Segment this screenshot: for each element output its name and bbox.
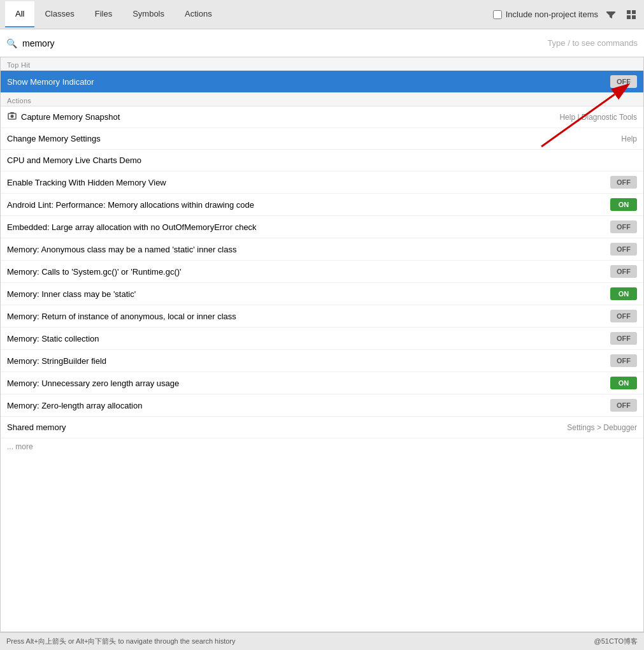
action-label: Memory: Anonymous class may be a named '… — [7, 245, 604, 254]
action-toggle[interactable]: OFF — [610, 332, 637, 345]
top-hit-label: Show Memory Indicator — [7, 77, 604, 87]
search-bar: 🔍 Type / to see commands — [0, 29, 644, 57]
action-hint: Settings > Debugger — [567, 423, 637, 432]
action-label: Embedded: Large array allocation with no… — [7, 222, 604, 232]
tab-files[interactable]: Files — [85, 1, 122, 27]
action-row[interactable]: Memory: Return of instance of anonymous,… — [1, 305, 643, 328]
action-label: Enable Tracking With Hidden Memory View — [7, 178, 604, 187]
include-non-project-checkbox[interactable] — [493, 10, 502, 19]
svg-point-5 — [11, 115, 14, 118]
tab-classes[interactable]: Classes — [34, 1, 84, 27]
action-toggle[interactable]: OFF — [610, 220, 637, 233]
action-row[interactable]: Memory: Calls to 'System.gc()' or 'Runti… — [1, 261, 643, 283]
tab-all[interactable]: All — [5, 1, 34, 27]
action-row[interactable]: Shared memorySettings > Debugger — [1, 417, 643, 438]
action-label: Memory: Inner class may be 'static' — [7, 289, 604, 299]
action-toggle[interactable]: ON — [610, 287, 637, 300]
action-label: Memory: Static collection — [7, 334, 604, 343]
action-row[interactable]: Capture Memory SnapshotHelp | Diagnostic… — [1, 106, 643, 128]
layout-icon[interactable] — [624, 7, 639, 22]
tab-actions[interactable]: Actions — [175, 1, 222, 27]
search-icon: 🔍 — [6, 38, 17, 48]
action-label: Memory: Calls to 'System.gc()' or 'Runti… — [7, 267, 604, 277]
actions-list: Capture Memory SnapshotHelp | Diagnostic… — [1, 106, 643, 438]
action-label: Android Lint: Performance: Memory alloca… — [7, 200, 604, 210]
tab-symbols[interactable]: Symbols — [122, 1, 175, 27]
action-hint: Help — [621, 134, 637, 143]
action-label: Capture Memory Snapshot — [7, 111, 553, 123]
search-hint: Type / to see commands — [547, 38, 638, 48]
action-label: Shared memory — [7, 422, 561, 432]
action-hint: Help | Diagnostic Tools — [559, 113, 637, 122]
action-label: Memory: StringBuilder field — [7, 356, 604, 366]
action-label: CPU and Memory Live Charts Demo — [7, 155, 637, 165]
action-row[interactable]: CPU and Memory Live Charts Demo — [1, 150, 643, 171]
action-toggle[interactable]: ON — [610, 198, 637, 211]
include-non-project-label: Include non-project items — [506, 10, 598, 19]
action-row[interactable]: Memory: Static collectionOFF — [1, 328, 643, 350]
action-row[interactable]: Memory: Unnecessary zero length array us… — [1, 372, 643, 394]
action-toggle[interactable]: OFF — [610, 399, 637, 412]
action-row[interactable]: Embedded: Large array allocation with no… — [1, 216, 643, 238]
capture-icon — [7, 111, 17, 123]
svg-rect-2 — [627, 15, 631, 19]
svg-rect-3 — [632, 15, 636, 19]
action-label: Change Memory Settings — [7, 134, 615, 143]
search-input[interactable] — [22, 38, 542, 48]
top-hit-toggle[interactable]: OFF — [610, 75, 637, 88]
action-row[interactable]: Android Lint: Performance: Memory alloca… — [1, 194, 643, 216]
status-left: Press Alt+向上箭头 or Alt+向下箭头 to navigate t… — [6, 637, 236, 646]
tab-right-controls: Include non-project items — [493, 7, 639, 22]
filter-icon[interactable] — [603, 7, 619, 22]
action-row[interactable]: Memory: Anonymous class may be a named '… — [1, 238, 643, 261]
svg-rect-0 — [627, 10, 631, 14]
action-toggle[interactable]: OFF — [610, 243, 637, 256]
action-toggle[interactable]: OFF — [610, 354, 637, 367]
status-bar: Press Alt+向上箭头 or Alt+向下箭头 to navigate t… — [0, 632, 644, 650]
action-label: Memory: Zero-length array allocation — [7, 401, 604, 410]
svg-rect-6 — [10, 112, 14, 113]
action-toggle[interactable]: OFF — [610, 265, 637, 278]
action-row[interactable]: Memory: Zero-length array allocationOFF — [1, 394, 643, 417]
action-row[interactable]: Enable Tracking With Hidden Memory ViewO… — [1, 171, 643, 194]
action-label: Memory: Return of instance of anonymous,… — [7, 312, 604, 321]
tab-bar: All Classes Files Symbols Actions Includ… — [0, 0, 644, 29]
svg-rect-1 — [632, 10, 636, 14]
include-non-project-area: Include non-project items — [493, 10, 598, 19]
action-toggle[interactable]: ON — [610, 377, 637, 389]
status-right: @51CTO博客 — [594, 637, 638, 646]
results-area: Top Hit Show Memory Indicator OFF Action… — [0, 57, 644, 632]
more-row[interactable]: ... more — [1, 438, 643, 455]
action-row[interactable]: Change Memory SettingsHelp — [1, 128, 643, 150]
action-toggle[interactable]: OFF — [610, 176, 637, 189]
top-hit-section-header: Top Hit — [1, 57, 643, 71]
action-label: Memory: Unnecessary zero length array us… — [7, 379, 604, 388]
action-toggle[interactable]: OFF — [610, 310, 637, 322]
action-row[interactable]: Memory: Inner class may be 'static'ON — [1, 283, 643, 305]
action-row[interactable]: Memory: StringBuilder fieldOFF — [1, 350, 643, 372]
top-hit-row[interactable]: Show Memory Indicator OFF — [1, 71, 643, 93]
actions-section-header: Actions — [1, 93, 643, 106]
